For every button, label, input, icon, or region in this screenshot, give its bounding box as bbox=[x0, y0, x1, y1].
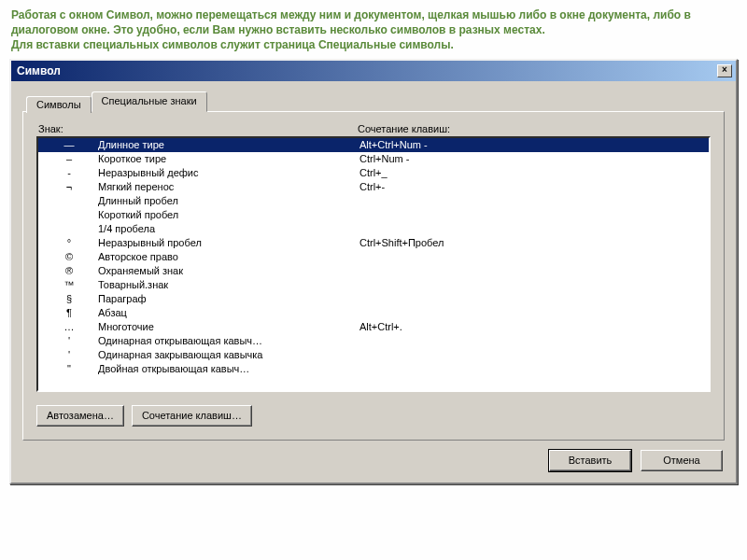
list-item-symbol: – bbox=[40, 152, 98, 166]
list-item-symbol: ' bbox=[40, 334, 98, 348]
titlebar[interactable]: Символ × bbox=[11, 61, 736, 81]
list-item-name: Короткое тире bbox=[98, 152, 359, 166]
symbol-dialog: Символ × Символы Специальные знаки Знак:… bbox=[9, 59, 738, 484]
list-item[interactable]: Длинный пробел bbox=[38, 194, 709, 208]
list-item-symbol: - bbox=[40, 166, 98, 180]
list-item-shortcut bbox=[359, 194, 707, 208]
list-item[interactable]: —Длинное тиреAlt+Ctrl+Num - bbox=[38, 138, 709, 152]
list-item-shortcut bbox=[359, 362, 707, 376]
list-item-symbol: § bbox=[40, 292, 98, 306]
list-item-shortcut: Alt+Ctrl+Num - bbox=[359, 138, 707, 152]
list-item-name: Одинарная открывающая кавыч… bbox=[98, 334, 359, 348]
list-item[interactable]: Короткий пробел bbox=[38, 208, 709, 222]
list-item-symbol: ¶ bbox=[40, 306, 98, 320]
list-item-shortcut bbox=[359, 292, 707, 306]
header-shortcut: Сочетание клавиш: bbox=[358, 123, 709, 134]
list-item[interactable]: –Короткое тиреCtrl+Num - bbox=[38, 152, 709, 166]
list-item-shortcut: Ctrl+_ bbox=[359, 166, 707, 180]
autocorrect-button[interactable]: Автозамена… bbox=[36, 405, 124, 427]
list-item-shortcut: Ctrl+Num - bbox=[359, 152, 707, 166]
list-item-name: Неразрывный дефис bbox=[98, 166, 359, 180]
dialog-title: Символ bbox=[17, 64, 61, 77]
list-item-name: Длинное тире bbox=[98, 138, 359, 152]
list-item-symbol bbox=[40, 194, 98, 208]
tab-symbols[interactable]: Символы bbox=[26, 96, 92, 113]
list-item-name: Мягкий перенос bbox=[98, 180, 359, 194]
cancel-button[interactable]: Отмена bbox=[641, 450, 723, 471]
list-item-symbol: © bbox=[40, 250, 98, 264]
list-item-shortcut bbox=[359, 306, 707, 320]
special-characters-list[interactable]: —Длинное тиреAlt+Ctrl+Num -–Короткое тир… bbox=[36, 136, 711, 392]
list-item-shortcut bbox=[359, 250, 707, 264]
list-item[interactable]: -Неразрывный дефисCtrl+_ bbox=[38, 166, 709, 180]
list-item-name: Одинарная закрывающая кавычка bbox=[98, 348, 359, 362]
list-item-symbol: ™ bbox=[40, 278, 98, 292]
list-item[interactable]: "Двойная открывающая кавыч… bbox=[38, 362, 709, 376]
list-item-name: Двойная открывающая кавыч… bbox=[98, 362, 359, 376]
list-item[interactable]: ®Охраняемый знак bbox=[38, 264, 709, 278]
list-item-symbol: ° bbox=[40, 236, 98, 250]
list-item[interactable]: §Параграф bbox=[38, 292, 709, 306]
list-item-shortcut: Alt+Ctrl+. bbox=[359, 320, 707, 334]
list-item-shortcut: Ctrl+- bbox=[359, 180, 707, 194]
list-item[interactable]: ™Товарный.знак bbox=[38, 278, 709, 292]
shortcut-key-button[interactable]: Сочетание клавиш… bbox=[132, 405, 252, 427]
list-item[interactable]: ©Авторское право bbox=[38, 250, 709, 264]
intro-text: Работая с окном Символ, можно перемещать… bbox=[0, 0, 747, 59]
list-item-name: Авторское право bbox=[98, 250, 359, 264]
list-item[interactable]: 1/4 пробела bbox=[38, 222, 709, 236]
list-item-shortcut: Ctrl+Shift+Пробел bbox=[359, 236, 707, 250]
list-item-name: Короткий пробел bbox=[98, 208, 359, 222]
list-item[interactable]: 'Одинарная открывающая кавыч… bbox=[38, 334, 709, 348]
list-item-name: Неразрывный пробел bbox=[98, 236, 359, 250]
list-headers: Знак: Сочетание клавиш: bbox=[36, 123, 711, 134]
close-icon[interactable]: × bbox=[717, 64, 732, 77]
list-item-name: 1/4 пробела bbox=[98, 222, 359, 236]
list-item-name: Параграф bbox=[98, 292, 359, 306]
intro-p2: Для вставки специальных символов служит … bbox=[11, 37, 736, 52]
list-item-shortcut bbox=[359, 264, 707, 278]
list-item[interactable]: ¬Мягкий переносCtrl+- bbox=[38, 180, 709, 194]
list-item-symbol: ¬ bbox=[40, 180, 98, 194]
list-item-shortcut bbox=[359, 208, 707, 222]
list-item-symbol bbox=[40, 222, 98, 236]
list-item[interactable]: °Неразрывный пробелCtrl+Shift+Пробел bbox=[38, 236, 709, 250]
insert-button[interactable]: Вставить bbox=[549, 450, 631, 471]
list-item-shortcut bbox=[359, 278, 707, 292]
tab-special-characters[interactable]: Специальные знаки bbox=[92, 91, 207, 112]
list-item-shortcut bbox=[359, 334, 707, 348]
list-item-shortcut bbox=[359, 222, 707, 236]
list-item-symbol bbox=[40, 208, 98, 222]
tab-panel-special: Знак: Сочетание клавиш: —Длинное тиреAlt… bbox=[22, 111, 725, 441]
list-item[interactable]: 'Одинарная закрывающая кавычка bbox=[38, 348, 709, 362]
header-sign: Знак: bbox=[38, 123, 358, 134]
list-item-name: Длинный пробел bbox=[98, 194, 359, 208]
list-item-name: Охраняемый знак bbox=[98, 264, 359, 278]
list-item[interactable]: …МноготочиеAlt+Ctrl+. bbox=[38, 320, 709, 334]
list-item-symbol: … bbox=[40, 320, 98, 334]
tab-strip: Символы Специальные знаки bbox=[26, 91, 725, 111]
list-item-symbol: " bbox=[40, 362, 98, 376]
list-item-symbol: ' bbox=[40, 348, 98, 362]
list-item-name: Многоточие bbox=[98, 320, 359, 334]
intro-p1: Работая с окном Символ, можно перемещать… bbox=[11, 7, 736, 37]
list-item-name: Товарный.знак bbox=[98, 278, 359, 292]
list-item[interactable]: ¶Абзац bbox=[38, 306, 709, 320]
list-item-name: Абзац bbox=[98, 306, 359, 320]
list-item-symbol: — bbox=[40, 138, 98, 152]
list-item-shortcut bbox=[359, 348, 707, 362]
list-item-symbol: ® bbox=[40, 264, 98, 278]
